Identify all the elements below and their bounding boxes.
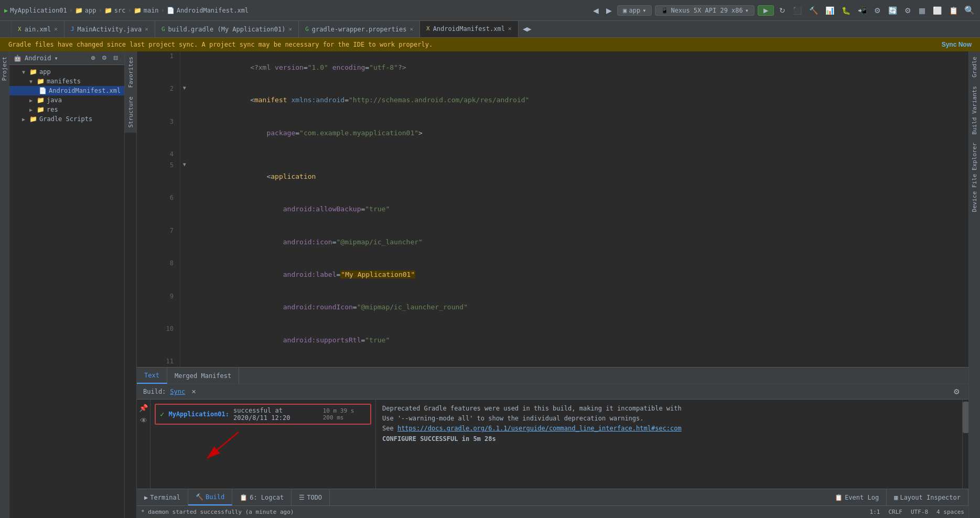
sdk-btn[interactable]: ⚙ [872,5,883,16]
sync-banner: Gradle files have changed since last pro… [0,38,980,51]
layout-inspector-icon: ▦ [894,494,898,501]
svg-line-1 [207,432,239,458]
build-settings-btn[interactable]: ⚙ [951,386,962,397]
build-btn[interactable]: 🔨 [807,5,820,16]
side-tab-gradle[interactable]: Gradle [970,53,979,81]
tree-item-androidmanifest[interactable]: 📄 AndroidManifest.xml [9,86,124,95]
line-separator[interactable]: CRLF [888,509,902,515]
refresh-btn[interactable]: ↻ [777,5,788,16]
sync-now-button[interactable]: Sync Now [942,41,972,48]
breadcrumb-main-label[interactable]: main [144,7,159,14]
unknown-btn2[interactable]: 📋 [947,5,960,16]
code-editor[interactable]: 1 <?xml version="1.0" encoding="utf-8"?>… [137,51,968,367]
tab-todo-label: TODO [307,494,322,501]
tab-ainxml[interactable]: X ain.xml ✕ [12,21,64,37]
sidebar-sync-btn[interactable]: ⚙ [100,53,109,62]
event-log-icon: 📋 [835,494,843,501]
avd-btn[interactable]: 📲 [856,5,869,16]
layout-btn[interactable]: ▦ [917,5,928,16]
tree-item-manifests[interactable]: ▼ 📁 manifests [9,77,124,86]
run-config-selector[interactable]: ▣ app ▾ [617,5,652,16]
code-line-2: 2 ▼ <manifest xmlns:android="http://sche… [137,84,968,116]
tab-terminal[interactable]: ▶ Terminal [137,489,188,505]
sidebar-dropdown[interactable]: ▾ [55,55,58,62]
settings-btn[interactable]: ⚙ [902,5,913,16]
tab-more-btn[interactable]: ◀▶ [521,25,533,34]
eye-icon[interactable]: 👁 [140,416,147,425]
side-tab-structure[interactable]: Structure [126,93,135,131]
build-close-btn[interactable]: ✕ [189,387,198,396]
sync-message: Gradle files have changed since last pro… [8,41,433,48]
pin-icon[interactable]: 📌 [139,404,148,412]
build-entry-success[interactable]: ✓ MyApplication01: successful at 2020/8/… [155,404,371,425]
nav-back-btn[interactable]: ◀ [591,5,601,16]
tab-ainxml-close[interactable]: ✕ [54,26,58,33]
tree-item-app[interactable]: ▼ 📁 app [9,67,124,77]
tab-buildgradle[interactable]: G build.gradle (My Application01) ✕ [155,21,299,37]
side-tab-project[interactable]: Project [0,53,9,84]
sync-btn[interactable]: 🔄 [886,5,899,16]
tab-androidmanifest-close[interactable]: ✕ [508,25,512,32]
breadcrumb-app[interactable]: MyApplication01 [10,7,67,14]
breadcrumb-file-icon: 📄 [167,7,175,14]
tab-build[interactable]: 🔨 Build [188,489,232,505]
run-button[interactable]: ▶ [758,5,774,16]
side-tab-build-variants[interactable]: Build Variants [970,83,979,138]
tree-label-res: res [47,106,58,113]
build-log-link[interactable]: https://docs.gradle.org/6.1.1/userguide/… [397,425,682,432]
side-tab-device-file[interactable]: Device File Explorer [970,139,979,215]
device-selector[interactable]: 📱 Nexus 5X API 29 x86 ▾ [655,5,755,16]
build-log-line-1: Deprecated Gradle features were used in … [382,404,956,414]
tree-label-app: app [39,68,51,75]
tab-text[interactable]: Text [137,368,167,384]
tab-gradlewrapper-close[interactable]: ✕ [410,26,413,33]
tree-label-gradle: Gradle Scripts [39,115,92,123]
tab-bar: X ain.xml ✕ J MainActivity.java ✕ G buil… [0,21,980,38]
sidebar-add-btn[interactable]: ⊕ [89,53,98,62]
sidebar-collapse-btn[interactable]: ⊟ [111,53,120,62]
run-config-label: app [629,7,641,14]
tab-layout-inspector[interactable]: ▦ Layout Inspector [887,489,968,505]
build-log-scrollbar[interactable] [962,400,968,489]
code-line-7: 7 android:icon="@mipmap/ic_launcher" [137,226,968,258]
cursor-position[interactable]: 1:1 [870,509,880,515]
search-btn[interactable]: 🔍 [963,4,976,16]
tab-mainactivity-close[interactable]: ✕ [145,26,148,33]
build-sync-tab[interactable]: Sync [170,388,185,395]
status-bar-right: 1:1 CRLF UTF-8 4 spaces [870,509,964,515]
tree-label-androidmanifest: AndroidManifest.xml [49,87,121,94]
tab-event-log[interactable]: 📋 Event Log [827,489,887,505]
tab-mainactivity[interactable]: J MainActivity.java ✕ [64,21,155,37]
tab-androidmanifest[interactable]: X AndroidManifest.xml ✕ [420,21,519,37]
breadcrumb-file-label[interactable]: AndroidManifest.xml [177,7,249,14]
editor-area: 1 <?xml version="1.0" encoding="utf-8"?>… [137,51,968,518]
breadcrumb-src-label[interactable]: src [114,7,126,14]
project-sidebar: 🤖 Android ▾ ⊕ ⚙ ⊟ ▼ 📁 app ▼ [9,51,125,518]
tab-logcat[interactable]: 📋 6: Logcat [232,489,292,505]
indent-info[interactable]: 4 spaces [936,509,964,515]
tab-build-label: Build [206,493,224,501]
tree-item-java[interactable]: ▶ 📁 java [9,95,124,105]
nav-forward-btn[interactable]: ▶ [604,5,614,16]
tab-terminal-label: Terminal [150,494,180,501]
breadcrumb-app-label[interactable]: app [85,7,96,14]
top-toolbar: ▶ MyApplication01 › 📁 app › 📁 src › 📁 ma… [0,0,980,21]
profile-btn[interactable]: 📊 [823,5,836,16]
breadcrumb-src-dir: 📁 [104,7,112,14]
device-icon: 📱 [661,7,669,14]
stop-btn[interactable]: ⬛ [791,5,804,16]
side-tab-favorites[interactable]: Favorites [126,53,135,91]
build-side-icons: 📌 👁 [137,400,150,489]
success-icon: ✓ [160,410,164,418]
encoding[interactable]: UTF-8 [911,509,928,515]
tab-buildgradle-close[interactable]: ✕ [289,26,293,33]
tree-item-gradle[interactable]: ▶ 📁 Gradle Scripts [9,114,124,124]
build-log-line-5: CONFIGURE SUCCESSFUL in 5m 28s [382,434,956,444]
unknown-btn1[interactable]: ⬜ [931,5,944,16]
tab-merged-manifest[interactable]: Merged Manifest [167,368,239,384]
tab-todo[interactable]: ☰ TODO [292,489,330,505]
tree-item-res[interactable]: ▶ 📁 res [9,105,124,114]
tab-gradlewrapper[interactable]: G gradle-wrapper.properties ✕ [299,21,420,37]
debug-btn[interactable]: 🐛 [839,5,853,16]
sidebar-title: Android [25,55,51,62]
